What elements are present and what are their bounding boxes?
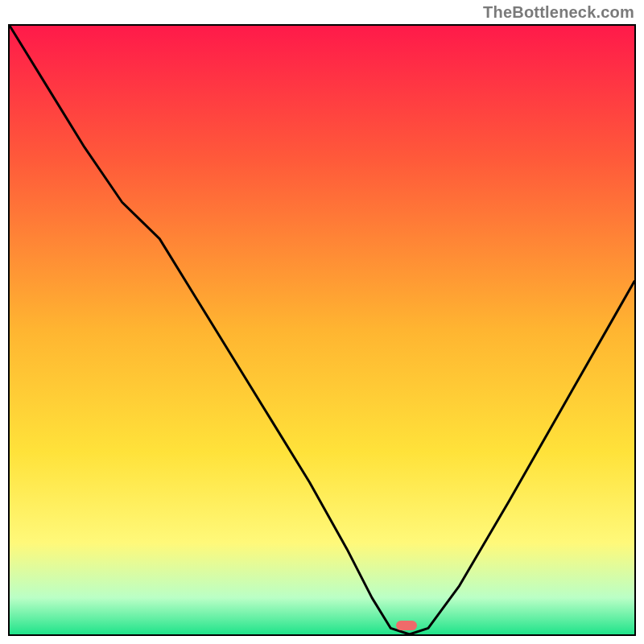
watermark-text: TheBottleneck.com — [483, 3, 634, 22]
bottleneck-curve — [10, 26, 634, 634]
curve-layer — [10, 26, 634, 634]
optimal-point-marker — [396, 621, 417, 630]
chart-stage: TheBottleneck.com — [0, 0, 644, 644]
plot-area — [8, 24, 636, 636]
